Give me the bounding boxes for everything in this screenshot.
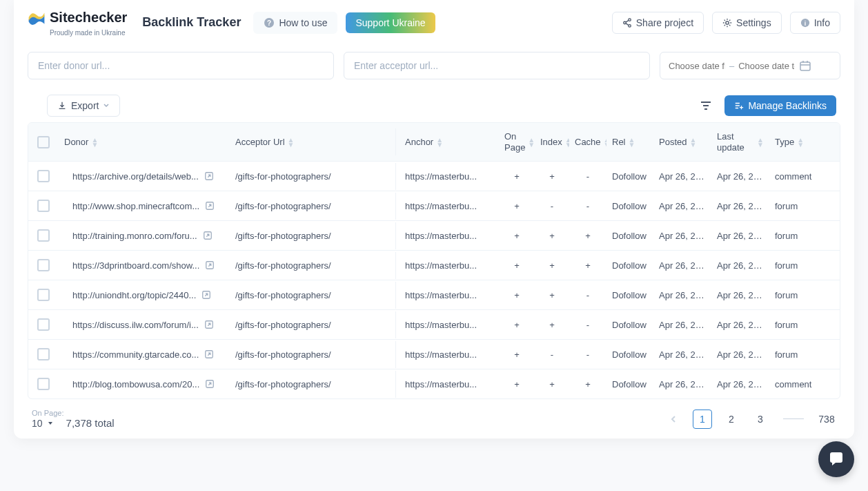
on-page-cell: + (499, 193, 535, 220)
chevron-down-icon (47, 420, 54, 427)
date-to-input[interactable] (738, 61, 795, 71)
row-checkbox[interactable] (37, 229, 50, 242)
page-gap (780, 410, 807, 429)
page-last[interactable]: 738 (817, 410, 836, 429)
sort-icon: ▲▼ (288, 137, 295, 147)
donor-cell[interactable]: https://archive.org/details/web... (59, 163, 230, 190)
share-project-button[interactable]: Share project (612, 12, 704, 34)
on-page-cell: + (499, 252, 535, 279)
settings-button[interactable]: Settings (712, 12, 782, 34)
filter-bar: – (14, 45, 854, 85)
on-page-cell: + (499, 311, 535, 338)
svg-text:?: ? (267, 19, 271, 27)
table-header: Donor▲▼ Acceptor Url▲▼ Anchor▲▼ On Page▲… (28, 123, 840, 162)
type-cell: forum (769, 193, 826, 220)
page-title: Backlink Tracker (142, 15, 241, 30)
index-cell: + (535, 311, 569, 338)
svg-text:i: i (804, 19, 805, 26)
row-checkbox[interactable] (37, 259, 50, 271)
export-label: Export (71, 100, 99, 111)
row-checkbox[interactable] (37, 170, 50, 182)
cache-cell: - (569, 163, 606, 190)
table-row: https://discuss.ilw.com/forum/i.../gifts… (28, 310, 840, 340)
logo-tagline: Proudly made in Ukraine (50, 29, 126, 37)
donor-cell[interactable]: http://www.shop.minecraftcom... (59, 193, 230, 220)
anchor-cell: https://masterbu... (395, 282, 499, 309)
external-link-icon[interactable] (205, 201, 215, 211)
export-button[interactable]: Export (47, 95, 120, 117)
table-footer: On Page: 10 7,378 total 1 2 3 738 (14, 399, 854, 439)
donor-cell[interactable]: https://discuss.ilw.com/forum/i... (59, 311, 230, 338)
external-link-icon[interactable] (205, 379, 215, 389)
external-link-icon[interactable] (205, 260, 215, 270)
filter-icon (700, 99, 712, 112)
col-cache[interactable]: Cache▲▼ (569, 128, 606, 155)
date-from-input[interactable] (669, 61, 725, 71)
external-link-icon[interactable] (204, 320, 214, 329)
acceptor-cell: /gifts-for-photographers/ (230, 341, 395, 368)
last-update-cell: Apr 26, 2022 (711, 341, 769, 368)
on-page-label: On Page: (32, 409, 115, 417)
donor-cell[interactable]: http://training.monro.com/foru... (59, 222, 230, 249)
logo-icon (28, 8, 46, 26)
index-cell: + (535, 371, 569, 398)
acceptor-cell: /gifts-for-photographers/ (230, 311, 395, 338)
donor-cell[interactable]: https://3dprintboard.com/show... (59, 252, 230, 279)
type-cell: comment (769, 163, 826, 190)
page-size-select[interactable]: 10 (32, 418, 54, 429)
row-checkbox[interactable] (37, 200, 50, 212)
col-anchor[interactable]: Anchor▲▼ (395, 128, 499, 155)
manage-backlinks-button[interactable]: Manage Backlinks (724, 95, 836, 116)
posted-cell: Apr 26, 2022 (653, 371, 711, 398)
cache-cell: + (569, 222, 606, 249)
logo[interactable]: Sitechecker Proudly made in Ukraine (28, 8, 127, 37)
how-to-use-button[interactable]: ? How to use (253, 12, 337, 34)
external-link-icon[interactable] (201, 290, 211, 300)
col-index[interactable]: Index▲▼ (535, 128, 569, 155)
info-button[interactable]: i Info (790, 12, 840, 34)
support-ukraine-button[interactable]: Support Ukraine (346, 12, 435, 33)
external-link-icon[interactable] (203, 231, 213, 240)
last-update-cell: Apr 26, 2022 (711, 252, 769, 279)
page-2[interactable]: 2 (722, 410, 741, 429)
page-3[interactable]: 3 (751, 410, 770, 429)
date-range-picker[interactable]: – (660, 52, 840, 79)
col-type[interactable]: Type▲▼ (769, 128, 826, 155)
col-last-update[interactable]: Last update▲▼ (711, 123, 769, 161)
filter-button[interactable] (696, 95, 716, 116)
col-acceptor[interactable]: Acceptor Url▲▼ (230, 128, 395, 155)
last-update-cell: Apr 26, 2022 (711, 311, 769, 338)
rel-cell: Dofollow (606, 311, 653, 338)
anchor-cell: https://masterbu... (395, 163, 499, 190)
posted-cell: Apr 26, 2022 (653, 193, 711, 220)
posted-cell: Apr 26, 2022 (653, 163, 711, 190)
page-1[interactable]: 1 (693, 410, 712, 429)
external-link-icon[interactable] (204, 171, 214, 181)
table-row: https://archive.org/details/web.../gifts… (28, 162, 840, 191)
donor-cell[interactable]: http://uniondht.org/topic/2440... (59, 282, 230, 309)
external-link-icon[interactable] (204, 349, 214, 359)
donor-cell[interactable]: https://community.gtarcade.co... (59, 341, 230, 368)
prev-page-button[interactable] (664, 410, 683, 429)
select-all-checkbox[interactable] (37, 136, 50, 148)
manage-backlinks-label: Manage Backlinks (748, 100, 827, 111)
row-checkbox[interactable] (37, 378, 50, 390)
cache-cell: - (569, 311, 606, 338)
sort-icon: ▲▼ (689, 137, 696, 147)
col-on-page[interactable]: On Page▲▼ (499, 123, 535, 161)
donor-cell[interactable]: http://blog.tombowusa.com/20... (59, 371, 230, 398)
acceptor-url-input[interactable] (344, 52, 650, 79)
type-cell: forum (769, 222, 826, 249)
row-checkbox[interactable] (37, 348, 50, 360)
row-checkbox[interactable] (37, 318, 50, 331)
pagination: 1 2 3 738 (664, 410, 836, 429)
col-rel[interactable]: Rel▲▼ (606, 128, 653, 155)
posted-cell: Apr 26, 2022 (653, 222, 711, 249)
settings-label: Settings (736, 17, 771, 28)
chat-button[interactable] (818, 441, 854, 452)
col-donor[interactable]: Donor▲▼ (59, 128, 230, 155)
sort-icon: ▲▼ (629, 137, 635, 147)
col-posted[interactable]: Posted▲▼ (653, 128, 711, 155)
row-checkbox[interactable] (37, 289, 50, 301)
donor-url-input[interactable] (28, 52, 334, 79)
